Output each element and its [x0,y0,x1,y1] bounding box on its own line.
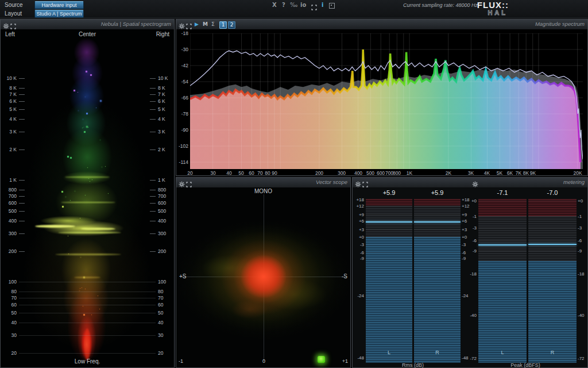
nebula-tick-mark [150,109,156,110]
low-freq-label: Low Freq. [1,358,174,365]
nebula-tick-mark [19,190,25,190]
meter-scale-label: +6 [353,218,364,224]
hal-logo: HAL [488,9,508,16]
meter-scale-label: -72 [578,356,588,361]
meter-scale-label: -24 [462,293,473,298]
expand-icon[interactable] [186,21,193,28]
magnitude-spectrum-panel: ▶ M Σ 1 2 Magnitude spectrum -18-30-42-5… [176,19,588,176]
meter-grid-line [528,315,577,316]
meter-grid-line [366,358,412,358]
nebula-tick-label: 2 K [2,147,17,152]
freq-tick-label: 7K [516,170,521,176]
nebula-tick-mark [19,78,25,79]
fullscreen-icon[interactable] [311,2,317,13]
freq-tick-label: 20 [187,170,192,176]
expand-icon[interactable] [186,179,193,186]
view-1-button[interactable]: 1 [219,21,227,29]
settings-icon[interactable] [179,179,185,186]
nebula-tick-mark [19,119,25,120]
nebula-tick-label: 1 K [158,177,173,183]
nebula-tick-mark [19,305,156,305]
nebula-tick-label: 10 K [2,75,17,81]
meter-scale-label: +12 [353,204,364,209]
meter-scale-label: -6 [578,238,588,243]
freq-tick-label: 9K [530,170,536,176]
nebula-tick-label: 7 K [158,91,173,97]
nebula-tick-mark [150,203,156,204]
io-icon[interactable]: io [300,2,306,8]
corr-plus-one-label: +1 [342,358,348,364]
meter-value-readout: +5.9 [420,189,455,196]
nebula-tick-mark [150,196,156,197]
nebula-axis: 10 K10 K8 K8 K7 K7 K6 K6 K5 K5 K4 K4 K3 … [1,29,174,367]
db-tick-label: -54 [176,79,188,85]
nebula-tick-mark [150,221,156,221]
meter-scale-label: +0 [353,235,364,240]
nebula-tick-mark [19,335,156,336]
settings-icon[interactable] [3,21,10,28]
meter-scale-label: +12 [462,204,473,209]
meter-grid-line [528,216,577,217]
db-tick-label: -78 [176,111,188,117]
meter-grid-line [414,358,461,358]
meter-value-line [528,244,577,245]
nebula-tick-label: 8 K [158,85,173,91]
nebula-tick-label: 300 [2,231,17,236]
nebula-tick-mark [19,109,25,110]
pan-right-label: Right [156,31,169,37]
mono-label: MONO [176,188,350,194]
freq-tick-label: 20K [573,170,582,176]
meter-scale-label: -18 [465,271,477,277]
meter-over-zone [366,199,412,206]
nebula-tick-label: 6 K [158,98,173,104]
help-icon[interactable]: ? [282,2,285,8]
vectorscope-trace [176,187,350,367]
permille-icon[interactable]: ‰ [290,2,297,8]
meter-scale-label: -40 [578,313,588,318]
nebula-tick-label: 80 [2,289,17,294]
max-hold-icon[interactable]: M [203,21,208,28]
nebula-tick-mark [19,180,25,181]
nebula-tick-mark [150,180,156,181]
freq-tick-label: 60 [249,170,254,176]
meter-value-line [478,244,527,246]
layout-label: Layout [5,10,22,17]
view-2-button[interactable]: 2 [228,21,235,29]
meter-groups: +18+18+12+12+9+9+6+6+3+3+0+0-3-3-6-6-9-9… [353,178,588,368]
side-plus-label: +S [179,273,187,279]
nebula-tick-mark [19,150,25,150]
channel-label: R [414,350,461,355]
info-icon[interactable]: i [322,2,323,8]
meter-scale-label: -6 [353,250,364,255]
meter-scale-label: -1 [578,214,588,219]
expand-icon[interactable] [10,21,17,28]
sampling-rate-status: Current sampling rate: 48000 Hz [403,2,478,8]
panel-title: Magnitude spectrum [535,21,585,27]
meter-level-fill [528,261,577,363]
nebula-tick-label: 4 K [2,116,17,122]
nebula-tick-label: 60 [2,302,17,308]
nebula-tick-label: 40 [158,320,173,325]
nebula-tick-mark [19,132,25,132]
meter-grid-line [366,252,412,253]
meter-scale-label: -1 [465,214,477,219]
nebula-tick-mark [19,88,25,89]
nebula-tick-label: 500 [2,208,17,214]
meter-scale-label: +6 [462,218,473,224]
settings-icon[interactable] [179,21,185,28]
meter-value-line [366,221,412,223]
meter-scale-label: -72 [465,356,477,361]
nebula-tick-mark [19,313,156,313]
correlation-indicator [318,356,325,363]
close-icon[interactable]: X [272,2,277,8]
meter-scale-label: -40 [465,313,477,318]
sum-icon[interactable]: Σ [211,21,215,28]
meter-grid-line [414,221,461,221]
nebula-tick-mark [150,211,156,212]
nebula-tick-label: 800 [158,187,173,193]
layout-select-button[interactable]: Studio A | Spectrum [34,10,84,18]
nebula-tick-label: 4 K [158,116,173,122]
source-select-button[interactable]: Hardware input [34,1,84,9]
window-icon[interactable] [329,3,335,9]
play-icon[interactable]: ▶ [195,21,199,28]
